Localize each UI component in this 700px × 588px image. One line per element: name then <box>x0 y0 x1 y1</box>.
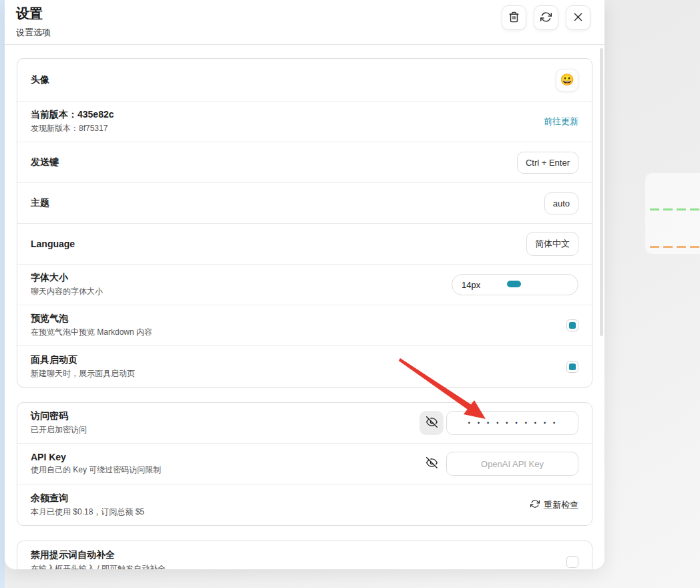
close-icon <box>572 11 584 25</box>
api-key-label: API Key <box>31 452 161 462</box>
setting-row-disable-autocomplete: 禁用提示词自动补全 在输入框开头输入 / 即可触发自动补全 <box>17 541 592 569</box>
access-password-label: 访问密码 <box>31 410 87 422</box>
theme-select[interactable]: auto <box>544 192 578 214</box>
font-size-label: 字体大小 <box>31 272 103 284</box>
setting-row-version: 当前版本：435e82c 发现新版本：8f75317 前往更新 <box>17 102 592 142</box>
theme-label: 主题 <box>31 197 49 209</box>
setting-row-theme: 主题 auto <box>17 183 592 224</box>
password-visibility-toggle[interactable] <box>419 411 444 435</box>
setting-row-preview-bubble: 预览气泡 在预览气泡中预览 Markdown 内容 <box>17 305 592 346</box>
settings-card-access: 访问密码 已开启加密访问 API Key 使用自己的 Key 可绕过密码访问限制 <box>17 402 592 526</box>
avatar-label: 头像 <box>31 74 49 86</box>
send-key-label: 发送键 <box>31 156 59 168</box>
send-key-select[interactable]: Ctrl + Enter <box>517 152 578 174</box>
skeleton-dash-green <box>650 208 700 210</box>
font-size-slider-thumb[interactable] <box>507 281 521 287</box>
settings-header: 设置 设置选项 <box>5 0 604 45</box>
recheck-balance-button[interactable]: 重新检查 <box>530 499 578 511</box>
checkbox-checked-mark <box>569 363 576 370</box>
eye-off-icon <box>426 416 437 430</box>
settings-list: 头像 😀 当前版本：435e82c 发现新版本：8f75317 前往更新 发送键… <box>5 45 604 569</box>
eye-off-icon <box>426 457 437 470</box>
access-password-sub: 已开启加密访问 <box>31 424 87 436</box>
disable-autocomplete-label: 禁用提示词自动补全 <box>31 549 166 561</box>
setting-row-mask-splash: 面具启动页 新建聊天时，展示面具启动页 <box>17 346 592 387</box>
settings-card-prompts: 禁用提示词自动补全 在输入框开头输入 / 即可触发自动补全 <box>17 541 592 569</box>
balance-label: 余额查询 <box>31 492 144 504</box>
scrollbar-thumb[interactable] <box>600 48 603 336</box>
refresh-icon <box>530 499 540 510</box>
api-key-sub: 使用自己的 Key 可绕过密码访问限制 <box>31 464 161 476</box>
current-version-label: 当前版本：435e82c <box>31 109 114 121</box>
font-size-sub: 聊天内容的字体大小 <box>31 286 103 297</box>
font-size-slider[interactable]: 14px <box>452 274 578 295</box>
setting-row-send-key: 发送键 Ctrl + Enter <box>17 142 592 183</box>
background-left-strip <box>0 0 5 588</box>
mask-splash-checkbox[interactable] <box>566 361 578 373</box>
background-skeleton-card <box>645 173 700 254</box>
skeleton-dash-orange <box>650 246 700 248</box>
preview-bubble-checkbox[interactable] <box>566 319 578 331</box>
go-update-link[interactable]: 前往更新 <box>544 116 578 128</box>
disable-autocomplete-sub: 在输入框开头输入 / 即可触发自动补全 <box>31 563 166 570</box>
mask-splash-label: 面具启动页 <box>31 354 135 366</box>
setting-row-language: Language 简体中文 <box>17 224 592 265</box>
mask-splash-sub: 新建聊天时，展示面具启动页 <box>31 368 135 380</box>
preview-bubble-sub: 在预览气泡中预览 Markdown 内容 <box>31 327 152 338</box>
language-label: Language <box>31 239 75 249</box>
reset-icon <box>540 11 552 25</box>
setting-row-font-size: 字体大小 聊天内容的字体大小 14px <box>17 265 592 305</box>
avatar-emoji: 😀 <box>560 73 574 87</box>
setting-row-avatar: 头像 😀 <box>17 59 592 102</box>
checkbox-checked-mark <box>569 322 576 329</box>
new-version-label: 发现新版本：8f75317 <box>31 123 114 134</box>
clear-data-button[interactable] <box>502 5 526 30</box>
api-key-visibility-toggle[interactable] <box>419 452 444 476</box>
recheck-balance-label: 重新检查 <box>544 499 578 511</box>
settings-card-general: 头像 😀 当前版本：435e82c 发现新版本：8f75317 前往更新 发送键… <box>17 58 592 388</box>
header-actions <box>502 5 590 30</box>
setting-row-balance: 余额查询 本月已使用 $0.18，订阅总额 $5 重新检查 <box>17 484 592 525</box>
setting-row-api-key: API Key 使用自己的 Key 可绕过密码访问限制 <box>17 444 592 484</box>
access-password-input[interactable] <box>446 411 578 435</box>
api-key-input[interactable] <box>446 452 578 476</box>
close-button[interactable] <box>566 5 590 30</box>
balance-sub: 本月已使用 $0.18，订阅总额 $5 <box>31 506 144 518</box>
trash-icon <box>508 11 520 25</box>
avatar-button[interactable]: 😀 <box>556 69 578 92</box>
settings-window: 设置 设置选项 头像 <box>5 0 604 569</box>
preview-bubble-label: 预览气泡 <box>31 313 152 325</box>
reset-settings-button[interactable] <box>534 5 558 30</box>
setting-row-access-password: 访问密码 已开启加密访问 <box>17 403 592 444</box>
font-size-value: 14px <box>462 280 480 290</box>
language-select[interactable]: 简体中文 <box>526 232 578 256</box>
disable-autocomplete-checkbox[interactable] <box>566 556 578 568</box>
